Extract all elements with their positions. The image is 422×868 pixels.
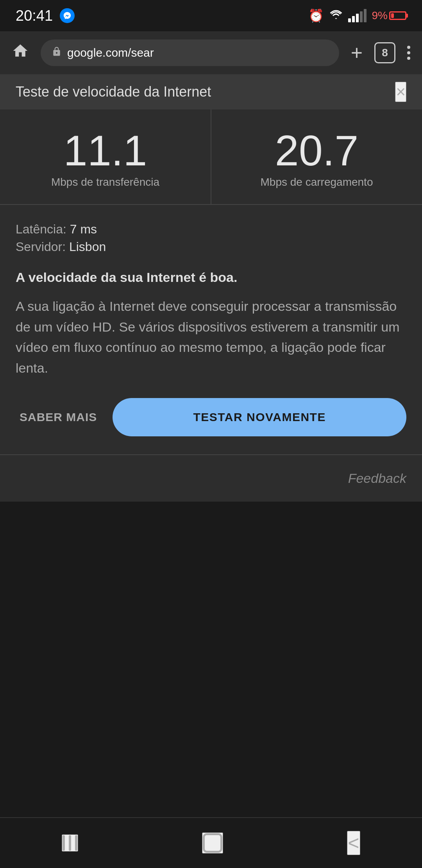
details-section: Latência: 7 ms Servidor: Lisbon A veloci… <box>0 205 422 454</box>
close-button[interactable]: × <box>395 82 406 102</box>
result-description: A sua ligação à Internet deve conseguir … <box>16 296 406 378</box>
home-nav-button[interactable] <box>202 832 223 854</box>
server-line: Servidor: Lisbon <box>16 240 406 254</box>
action-buttons-row: SABER MAIS TESTAR NOVAMENTE <box>16 398 406 440</box>
battery-icon: 9% <box>372 9 406 22</box>
upload-speed-value: 20.7 <box>275 129 358 172</box>
status-icons-area: ⏰ 9% <box>308 8 406 23</box>
result-headline: A velocidade da sua Internet é boa. <box>16 270 406 285</box>
speed-results-row: 11.1 Mbps de transferência 20.7 Mbps de … <box>0 109 422 205</box>
battery-percent: 9% <box>372 9 388 22</box>
signal-icon <box>348 9 367 22</box>
latency-label: Latência: <box>16 222 66 236</box>
url-text: google.com/sear <box>67 46 328 59</box>
feedback-area: Feedback <box>0 455 422 502</box>
widget-header: Teste de velocidade da Internet × <box>0 74 422 109</box>
latency-line: Latência: 7 ms <box>16 222 406 237</box>
widget-title: Teste de velocidade da Internet <box>16 84 211 100</box>
server-label: Servidor: <box>16 240 66 254</box>
url-bar[interactable]: google.com/sear <box>41 39 339 66</box>
download-speed-unit: Mbps de transferência <box>51 176 159 188</box>
upload-speed-cell: 20.7 Mbps de carregamento <box>211 109 422 204</box>
home-icon[interactable] <box>12 42 29 63</box>
messenger-icon <box>60 8 75 23</box>
download-speed-value: 11.1 <box>63 129 147 172</box>
recent-apps-button[interactable] <box>62 834 78 852</box>
time-display: 20:41 <box>16 7 53 24</box>
download-speed-cell: 11.1 Mbps de transferência <box>0 109 211 204</box>
bottom-area <box>0 502 422 868</box>
navigation-bar: < <box>0 817 422 868</box>
status-time-area: 20:41 <box>16 7 75 24</box>
back-icon: < <box>348 832 359 854</box>
lock-icon <box>52 46 62 60</box>
latency-value: 7 ms <box>70 222 97 236</box>
upload-speed-unit: Mbps de carregamento <box>261 176 373 188</box>
status-bar: 20:41 ⏰ 9% <box>0 0 422 31</box>
home-nav-icon <box>203 833 222 853</box>
feedback-link[interactable]: Feedback <box>348 471 406 486</box>
server-value: Lisbon <box>69 240 106 254</box>
new-tab-icon[interactable]: + <box>351 41 363 65</box>
test-again-button[interactable]: TESTAR NOVAMENTE <box>113 398 406 436</box>
tabs-count-badge[interactable]: 8 <box>374 42 395 63</box>
speed-test-widget: Teste de velocidade da Internet × 11.1 M… <box>0 74 422 502</box>
more-options-icon[interactable] <box>407 46 410 60</box>
wifi-icon <box>329 9 343 23</box>
browser-bar: google.com/sear + 8 <box>0 31 422 74</box>
learn-more-button[interactable]: SABER MAIS <box>16 403 101 432</box>
alarm-icon: ⏰ <box>308 8 324 23</box>
back-button[interactable]: < <box>347 831 360 855</box>
